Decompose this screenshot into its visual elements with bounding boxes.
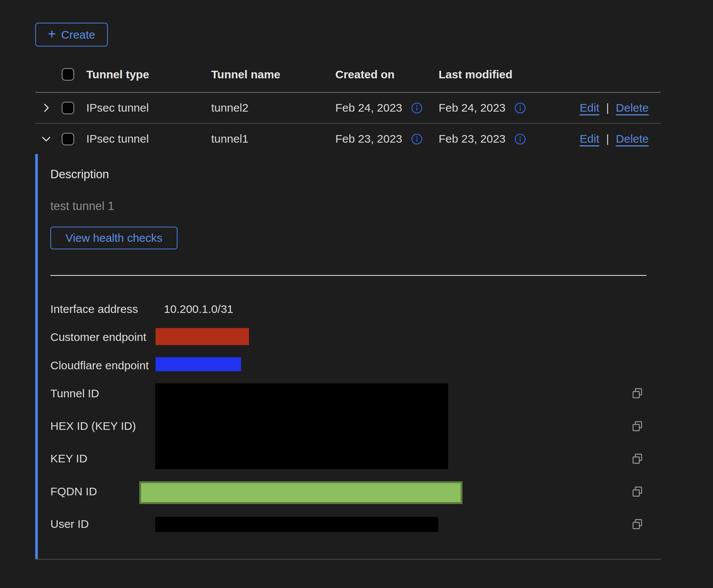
user-id-label: User ID [50,517,89,531]
copy-icon [630,420,644,433]
copy-tunnel-id-button[interactable] [630,386,645,401]
collapse-row-button[interactable] [37,124,55,154]
chevron-right-icon [40,102,52,114]
edit-link[interactable]: Edit [580,101,599,114]
description-label: Description [50,168,109,181]
copy-hex-id-button[interactable] [630,419,645,434]
fqdn-id-label: FQDN ID [50,484,97,499]
last-modified-value: Feb 24, 2023 [439,101,506,114]
actions-separator: | [606,101,609,114]
select-all-checkbox[interactable] [62,68,74,81]
select-all-checkbox-cell [62,57,75,92]
edit-link[interactable]: Edit [580,132,599,145]
customer-endpoint-label: Customer endpoint [50,330,146,344]
last-modified-cell: Feb 24, 2023 [439,93,526,123]
description-value: test tunnel 1 [50,199,114,213]
hex-id-label: HEX ID (KEY ID) [50,419,136,433]
plus-icon: + [48,27,56,41]
tunnel-id-label: Tunnel ID [50,386,99,401]
last-modified-cell: Feb 23, 2023 [439,124,526,154]
row-actions: Edit | Delete [580,124,649,154]
column-header-tunnel-name: Tunnel name [211,57,280,92]
actions-separator: | [606,132,609,145]
tunnel-name-cell: tunnel1 [211,124,248,154]
tunnel-type-cell: IPsec tunnel [86,124,149,154]
column-header-created-on: Created on [335,57,395,92]
key-id-label: KEY ID [50,451,87,466]
chevron-down-icon [40,133,52,145]
cloudflare-endpoint-redacted-value [156,357,241,371]
copy-icon [630,452,644,466]
copy-key-id-button[interactable] [630,451,645,467]
last-modified-value: Feb 23, 2023 [439,132,506,145]
tunnel-name-cell: tunnel2 [211,93,248,123]
created-on-value: Feb 23, 2023 [335,132,402,145]
info-icon[interactable] [411,133,423,145]
copy-fqdn-id-button[interactable] [630,484,645,499]
interface-address-label: Interface address [50,302,138,316]
info-icon[interactable] [411,102,423,114]
create-button[interactable]: + Create [35,23,108,47]
user-id-redacted-value [155,517,438,532]
detail-divider [50,275,646,276]
created-on-value: Feb 24, 2023 [335,101,402,114]
row-actions: Edit | Delete [580,93,649,123]
info-icon[interactable] [514,133,526,145]
copy-icon [630,387,644,400]
created-on-cell: Feb 23, 2023 [335,124,423,154]
customer-endpoint-redacted-value [156,328,249,345]
view-health-checks-button[interactable]: View health checks [50,227,177,249]
row-checkbox[interactable] [62,102,74,114]
expand-row-button[interactable] [37,93,55,123]
copy-icon [630,518,644,531]
info-icon[interactable] [514,102,526,114]
copy-icon [630,485,644,499]
column-header-tunnel-type: Tunnel type [86,57,149,92]
tunnel-hex-key-id-redacted-value [155,383,448,469]
panel-bottom-divider [35,559,661,560]
tunnels-page: + Create Tunnel type Tunnel name Created… [0,0,713,588]
delete-link[interactable]: Delete [616,101,649,114]
cloudflare-endpoint-label: Cloudflare endpoint [50,358,149,373]
created-on-cell: Feb 24, 2023 [335,93,423,123]
table-row: IPsec tunnel tunnel1 Feb 23, 2023 Feb 23… [35,124,661,154]
tunnel-type-cell: IPsec tunnel [86,93,149,123]
expanded-row-accent-bar [35,154,38,559]
delete-link[interactable]: Delete [616,132,649,145]
interface-address-value: 10.200.1.0/31 [164,302,234,316]
row-checkbox-cell [62,124,75,154]
fqdn-id-redacted-value [139,481,462,504]
table-row: IPsec tunnel tunnel2 Feb 24, 2023 Feb 24… [35,93,661,124]
copy-user-id-button[interactable] [630,517,645,532]
row-checkbox-cell [62,93,75,123]
create-button-label: Create [61,28,95,41]
row-checkbox[interactable] [62,133,74,145]
column-header-last-modified: Last modified [439,57,512,92]
table-header-row: Tunnel type Tunnel name Created on Last … [35,57,661,93]
